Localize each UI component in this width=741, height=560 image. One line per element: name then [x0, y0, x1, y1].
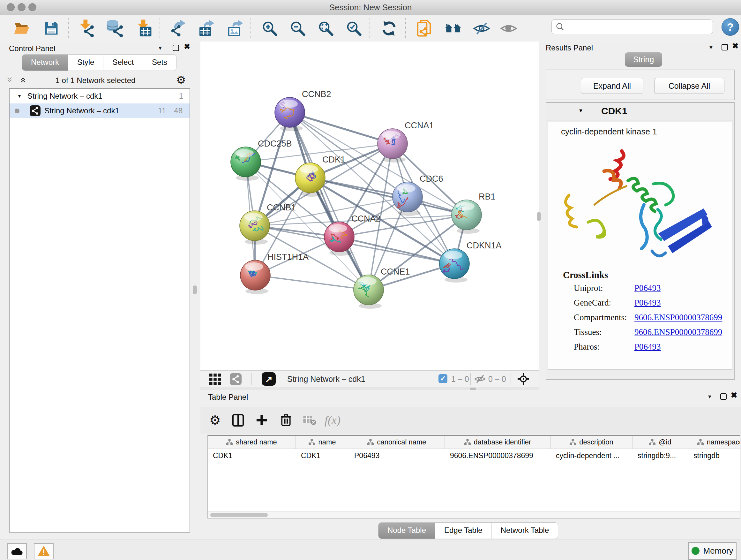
tab-edge-table[interactable]: Edge Table — [435, 523, 492, 539]
edge-CCNB2-CCNE1[interactable] — [290, 112, 368, 290]
node-HIST1H1A[interactable] — [240, 260, 270, 294]
network-row[interactable]: String Network – cdk1 11 48 — [10, 104, 190, 118]
zoom-in-icon[interactable] — [260, 19, 279, 38]
export-network-icon[interactable] — [169, 19, 188, 38]
node-CDC25B[interactable] — [231, 147, 261, 181]
scrollbar-thumb[interactable] — [210, 513, 268, 517]
refresh-icon[interactable] — [380, 19, 398, 38]
expand-all-button[interactable]: Expand All — [581, 78, 643, 94]
zoom-fit-icon[interactable] — [317, 19, 335, 38]
control-panel-close-icon[interactable]: ✖ — [184, 44, 190, 49]
column-header-name[interactable]: name — [296, 436, 349, 449]
table-panel-close-icon[interactable]: ✖ — [731, 393, 737, 398]
tab-style[interactable]: Style — [68, 55, 104, 71]
tab-network[interactable]: Network — [22, 55, 68, 71]
tab-node-table[interactable]: Node Table — [379, 523, 435, 539]
edge-HIST1H1A-CCNE1[interactable] — [255, 275, 368, 290]
home-icon[interactable] — [444, 19, 463, 38]
delete-table-icon[interactable] — [301, 411, 318, 429]
node-CCNE1[interactable] — [354, 275, 384, 309]
node-CCNB2[interactable] — [275, 98, 305, 131]
zoom-selected-icon[interactable] — [345, 19, 363, 38]
control-panel-collapse-icon[interactable]: ▼ — [158, 45, 163, 51]
tab-select[interactable]: Select — [104, 55, 143, 71]
hidden-eye-icon[interactable] — [474, 374, 486, 383]
crosslink-link[interactable]: 9606.ENSP00000378699 — [634, 327, 722, 337]
left-splitter-handle[interactable] — [193, 286, 197, 294]
zoom-out-icon[interactable] — [288, 19, 307, 38]
table-gear-icon[interactable]: ⚙ — [207, 411, 223, 429]
birds-eye-view-icon[interactable] — [517, 373, 530, 385]
network-collection-row[interactable]: ▼ String Network – cdk1 1 — [10, 89, 190, 104]
node-CCNA1[interactable] — [378, 129, 408, 163]
edge-CCNB2-CCNA1[interactable] — [290, 112, 393, 144]
network-share-icon[interactable] — [230, 373, 242, 385]
control-panel-float-icon[interactable] — [173, 45, 179, 51]
import-table-icon[interactable] — [134, 19, 152, 38]
hide-unhide-icon[interactable] — [472, 19, 491, 38]
export-table-icon[interactable] — [198, 19, 216, 38]
gene-section-header[interactable]: ▼ CDK1 — [546, 103, 734, 120]
collapse-all-button[interactable]: Collapse All — [654, 78, 724, 94]
edge-CCNB2-RB1[interactable] — [290, 112, 467, 215]
warning-button[interactable] — [34, 543, 54, 559]
open-file-icon[interactable] — [13, 19, 31, 38]
horizontal-splitter-handle[interactable] — [470, 388, 476, 390]
tab-network-table[interactable]: Network Table — [492, 523, 558, 539]
string-documents-icon[interactable] — [415, 19, 434, 38]
crosslink-link[interactable]: P06493 — [634, 298, 661, 308]
table-cell[interactable]: cyclin-dependent ... — [551, 449, 632, 462]
column-header-database-identifier[interactable]: database identifier — [445, 436, 551, 449]
tab-string[interactable]: String — [625, 52, 662, 67]
table-horizontal-scrollbar[interactable] — [208, 511, 740, 518]
table-cell[interactable]: 9606.ENSP00000378699 — [445, 449, 551, 462]
search-input[interactable] — [564, 22, 706, 32]
import-network-from-database-icon[interactable] — [105, 19, 124, 38]
function-builder-icon[interactable]: f(x) — [324, 411, 341, 429]
table-panel-collapse-icon[interactable]: ▼ — [707, 394, 712, 400]
export-image-icon[interactable] — [226, 19, 245, 38]
node-CCNB1[interactable] — [240, 211, 270, 245]
right-splitter-handle[interactable] — [537, 212, 541, 221]
edge-CCNA2-CDKN1A[interactable] — [339, 237, 455, 264]
selected-checkbox-icon[interactable]: ✓ — [439, 374, 448, 383]
node-RB1[interactable] — [452, 200, 482, 234]
column-header-canonical-name[interactable]: canonical name — [349, 436, 445, 449]
save-session-icon[interactable] — [42, 19, 61, 38]
open-in-window-icon[interactable]: ↗ — [262, 372, 276, 386]
eye-icon[interactable] — [499, 19, 518, 38]
network-canvas[interactable]: CCNB2CCNA1CDC25BCDK1CDC6RB1CCNB1CCNA2CDK… — [200, 42, 539, 370]
column-header-description[interactable]: description — [551, 436, 632, 449]
search-field[interactable] — [551, 19, 713, 34]
table-cell[interactable]: CDK1 — [208, 449, 296, 462]
table-cell[interactable]: stringdb — [688, 449, 740, 462]
table-row[interactable]: CDK1CDK1P064939606.ENSP00000378699cyclin… — [208, 449, 740, 462]
memory-button[interactable]: Memory — [688, 542, 737, 560]
node-CCNA2[interactable] — [324, 222, 354, 256]
horizontal-splitter[interactable] — [200, 387, 539, 390]
table-add-icon[interactable] — [253, 411, 270, 429]
collection-caret-icon[interactable]: ▼ — [17, 94, 22, 99]
tab-sets[interactable]: Sets — [143, 55, 176, 71]
table-delete-icon[interactable] — [278, 411, 294, 429]
help-button[interactable]: ? — [722, 18, 739, 36]
table-panel-float-icon[interactable] — [720, 393, 727, 400]
column-header--id[interactable]: @id — [632, 436, 688, 449]
results-panel-float-icon[interactable] — [722, 44, 728, 51]
network-options-gear-icon[interactable]: ⚙ — [176, 73, 186, 86]
crosslink-link[interactable]: 9606.ENSP00000378699 — [634, 313, 722, 322]
node-CDKN1A[interactable] — [440, 249, 469, 283]
import-network-icon[interactable] — [77, 19, 96, 38]
column-header-namespace[interactable]: namespace — [688, 436, 740, 449]
gene-caret-icon[interactable]: ▼ — [578, 108, 583, 114]
table-cell[interactable]: CDK1 — [296, 449, 349, 462]
table-cell[interactable]: P06493 — [349, 449, 445, 462]
results-panel-close-icon[interactable]: ✖ — [732, 44, 738, 49]
crosslink-link[interactable]: P06493 — [634, 342, 661, 352]
table-cell[interactable]: stringdb:9... — [632, 449, 688, 462]
column-header-shared-name[interactable]: shared name — [208, 436, 296, 449]
crosslink-link[interactable]: P06493 — [634, 283, 661, 293]
table-columns-icon[interactable] — [230, 411, 246, 429]
cloud-button[interactable] — [7, 543, 27, 559]
grid-view-icon[interactable] — [209, 374, 221, 385]
